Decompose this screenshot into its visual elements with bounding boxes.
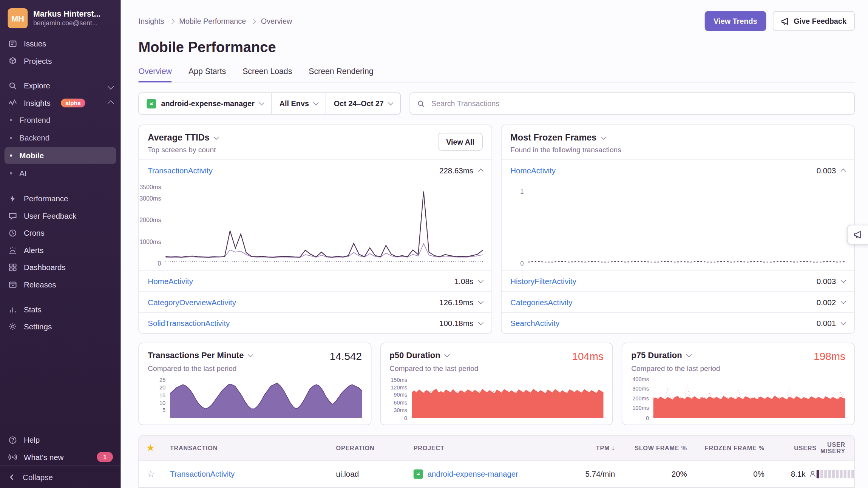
project-selector[interactable]: android-expense-manager [139,93,271,114]
transaction-link[interactable]: CategoryOverviewActivity [148,298,236,306]
sidebar-item-dashboards[interactable]: Dashboards [0,258,121,275]
frozen-frames-trend-chart[interactable]: 10 [502,181,854,270]
sidebar-item-settings[interactable]: Settings [0,318,121,335]
col-tpm[interactable]: TPM↓ [553,444,615,452]
y-axis: 3500ms3000ms2000ms1000ms0 [140,183,165,264]
ttid-trend-chart[interactable]: 3500ms3000ms2000ms1000ms0 [139,181,492,270]
issues-icon [8,39,18,48]
expand-row-icon[interactable] [478,320,484,325]
date-range-selector[interactable]: Oct 24–Oct 27 [326,93,400,114]
app-window: MH Markus Hinterst... benjamin.coe@sent.… [0,0,868,488]
view-trends-button[interactable]: View Trends [705,11,766,31]
transaction-link[interactable]: TransactionActivity [170,469,336,478]
sidebar-item-ai[interactable]: AI [5,165,116,182]
sidebar-item-user-feedback[interactable]: User Feedback [0,207,121,224]
breadcrumb-overview[interactable]: Overview [261,17,292,25]
transaction-link[interactable]: HomeActivity [510,166,556,175]
project-link[interactable]: android-expense-manager [427,469,518,478]
sidebar-item-performance[interactable]: Performance [0,190,121,207]
transaction-link[interactable]: HistoryFilterActivity [510,276,576,285]
p50-card: p50 Duration 104ms Compared to the last … [380,343,613,425]
expand-row-icon[interactable] [478,277,484,283]
sidebar-item-releases[interactable]: Releases [0,276,121,293]
p50-card-title[interactable]: p50 Duration [389,351,449,360]
p75-card-title[interactable]: p75 Duration [631,351,691,360]
tab-overview[interactable]: Overview [138,67,172,82]
tpm-card-title[interactable]: Transactions Per Minute [148,351,253,360]
transaction-link[interactable]: SolidTransactionActivity [148,318,230,327]
collapse-row-icon[interactable] [841,168,846,174]
view-all-button[interactable]: View All [438,133,483,151]
sidebar-item-help[interactable]: Help [0,431,121,448]
whats-new-badge: 1 [97,452,113,462]
list-item: SearchActivity 0.001 [502,312,854,334]
p75-chart[interactable]: 400ms300ms200ms100ms0 [631,377,845,418]
col-users[interactable]: USERS [765,445,817,451]
col-user-misery[interactable]: USER MISERY [817,441,845,454]
sidebar-item-backend[interactable]: Backend [5,130,116,146]
expand-row-icon[interactable] [841,277,846,283]
sidebar-item-insights[interactable]: Insights alpha [0,94,121,111]
col-slow-frame[interactable]: SLOW FRAME % [615,445,687,451]
sidebar-item-explore[interactable]: Explore [0,77,121,94]
breadcrumb-mobile-performance[interactable]: Mobile Performance [179,17,246,25]
collapse-row-icon[interactable] [478,168,484,174]
sidebar-item-label: Dashboards [24,263,66,271]
give-feedback-button[interactable]: Give Feedback [773,11,855,31]
chart-panels: Average TTIDs Top screens by count View … [138,125,854,334]
chevron-down-icon [259,100,264,106]
sidebar-item-crons[interactable]: Crons [0,224,121,241]
tpm-chart[interactable]: 252015105 [148,377,362,418]
expand-row-icon[interactable] [841,320,846,325]
sidebar-item-whats-new[interactable]: What's new 1 [0,448,121,465]
sidebar-item-projects[interactable]: Projects [0,52,121,69]
frozen-frames-title[interactable]: Most Frozen Frames [510,133,845,143]
transaction-link[interactable]: HomeActivity [148,276,193,285]
ttid-value: 100.18ms [439,318,473,327]
col-operation[interactable]: OPERATION [336,445,414,451]
col-project[interactable]: PROJECT [414,445,553,451]
y-axis: 150ms120ms90ms60ms30ms0 [389,377,412,418]
page-filters: android-expense-manager All Envs Oct 24–… [138,93,401,115]
archive-icon [8,279,18,289]
col-frozen-frame[interactable]: FROZEN FRAME % [687,445,765,451]
y-axis: 400ms300ms200ms100ms0 [631,377,653,418]
star-filled-icon[interactable]: ★ [147,443,170,452]
frozen-value: 0.001 [817,318,836,327]
sidebar-item-stats[interactable]: Stats [0,301,121,318]
avg-ttids-title[interactable]: Average TTIDs [148,133,483,143]
tab-screen-loads[interactable]: Screen Loads [242,67,292,82]
sidebar-item-issues[interactable]: Issues [0,35,121,52]
metric-cards: Transactions Per Minute 14.542 Compared … [138,343,854,425]
tab-screen-rendering[interactable]: Screen Rendering [309,67,373,82]
transaction-link[interactable]: TransactionActivity [148,166,212,175]
give-feedback-label: Give Feedback [794,17,846,25]
p75-subtitle: Compared to the last period [631,364,845,372]
expand-row-icon[interactable] [478,298,484,304]
operation-cell: ui.load [336,469,414,478]
frozen-frame-cell: 0% [687,469,765,478]
expand-row-icon[interactable] [841,298,846,304]
breadcrumb-insights[interactable]: Insights [138,17,164,25]
tab-app-starts[interactable]: App Starts [188,67,226,82]
sidebar-collapse-button[interactable]: Collapse [0,466,121,488]
sidebar-item-label: Explore [24,81,50,90]
sidebar-item-alerts[interactable]: Alerts [0,241,121,258]
col-transaction[interactable]: TRANSACTION [170,445,336,451]
frozen-value: 0.002 [817,298,836,306]
user-name: Markus Hinterst... [33,9,100,18]
feedback-fab-button[interactable] [847,225,868,245]
search-input[interactable] [430,99,848,108]
star-outline-icon[interactable]: ☆ [147,469,170,479]
megaphone-icon [781,17,789,25]
environment-selector[interactable]: All Envs [271,93,326,114]
org-user-switcher[interactable]: MH Markus Hinterst... benjamin.coe@sent.… [0,0,121,35]
chevron-down-icon [108,83,114,90]
p50-chart[interactable]: 150ms120ms90ms60ms30ms0 [389,377,604,418]
transaction-link[interactable]: SearchActivity [510,318,559,327]
sidebar-item-frontend[interactable]: Frontend [5,112,116,128]
table-row: ☆ TransactionActivity ui.load android-ex… [139,460,854,487]
transaction-link[interactable]: CategoriesActivity [510,298,572,306]
sidebar-item-label: Backend [19,133,49,142]
sidebar-item-mobile[interactable]: Mobile [5,147,116,164]
